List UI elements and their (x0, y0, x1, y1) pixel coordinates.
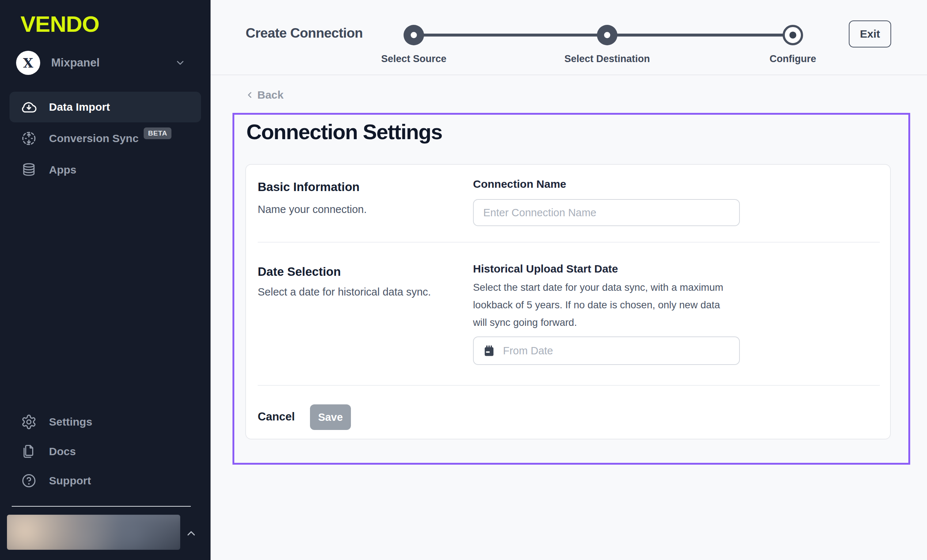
settings-card: Basic Information Name your connection. … (245, 164, 891, 439)
basic-information-description: Name your connection. (258, 203, 367, 216)
workspace-name: Mixpanel (51, 56, 100, 70)
sidebar-item-label: Conversion Sync (49, 132, 138, 145)
from-date-input[interactable] (473, 337, 740, 365)
sidebar-item-label: Docs (49, 445, 76, 458)
cancel-button[interactable]: Cancel (258, 410, 295, 423)
database-icon (20, 161, 37, 178)
sidebar-item-label: Apps (49, 164, 76, 176)
calendar-icon (483, 344, 496, 358)
docs-icon (20, 443, 37, 460)
user-profile-blurred[interactable] (7, 515, 180, 550)
main-content: Create Connection Select Source Select D… (211, 0, 927, 560)
sidebar-item-apps[interactable]: Apps (9, 155, 201, 185)
sidebar-item-settings[interactable]: Settings (9, 407, 201, 437)
sidebar-item-data-import[interactable]: Data Import (9, 92, 201, 122)
section-divider (258, 385, 880, 386)
header-divider (211, 74, 927, 75)
sidebar-item-label: Data Import (49, 101, 110, 113)
gear-icon (20, 414, 37, 430)
sidebar: VENDO X Mixpanel Data Import (0, 0, 211, 560)
workspace-selector[interactable]: X Mixpanel (16, 50, 196, 75)
user-avatar (7, 515, 180, 550)
workspace-avatar-letter: X (23, 55, 33, 70)
sidebar-item-label: Support (49, 475, 91, 487)
cloud-download-icon (20, 99, 37, 115)
sidebar-item-label: Settings (49, 416, 92, 428)
sidebar-item-support[interactable]: Support (9, 465, 201, 496)
connection-name-input[interactable] (473, 199, 740, 226)
app-root: VENDO X Mixpanel Data Import (0, 0, 927, 560)
date-selection-description: Select a date for historical data sync. (258, 286, 431, 298)
exit-button[interactable]: Exit (849, 20, 891, 47)
beta-badge: BETA (144, 127, 172, 139)
help-icon (20, 472, 37, 489)
sidebar-item-conversion-sync[interactable]: Conversion Sync BETA (9, 123, 201, 154)
basic-information-title: Basic Information (258, 180, 360, 194)
historical-upload-start-date-label: Historical Upload Start Date (473, 263, 618, 275)
step-label-configure: Configure (769, 53, 816, 65)
step-label-select-source: Select Source (381, 53, 447, 65)
date-selection-title: Date Selection (258, 265, 341, 279)
mixpanel-logo-icon: X (16, 51, 40, 75)
panel-title: Connection Settings (246, 120, 442, 144)
sidebar-item-docs[interactable]: Docs (9, 436, 201, 467)
step-dot-select-source (404, 25, 424, 45)
sidebar-divider (12, 506, 191, 507)
save-button[interactable]: Save (310, 404, 351, 430)
vendo-logo: VENDO (20, 11, 99, 37)
step-dot-select-destination (597, 25, 617, 45)
sync-move-icon (20, 130, 37, 147)
connection-name-label: Connection Name (473, 178, 566, 190)
from-date-field (473, 337, 740, 365)
step-label-select-destination: Select Destination (564, 53, 650, 65)
step-dot-configure (783, 25, 803, 45)
historical-upload-description: Select the start date for your data sync… (473, 279, 734, 331)
back-label: Back (257, 89, 284, 101)
page-title: Create Connection (246, 26, 363, 41)
section-divider (258, 242, 880, 243)
chevron-down-icon (175, 57, 186, 68)
chevron-up-icon[interactable] (185, 527, 198, 540)
back-link[interactable]: Back (245, 89, 284, 101)
chevron-left-icon (245, 90, 254, 100)
connection-settings-panel: Connection Settings Basic Information Na… (233, 113, 910, 464)
